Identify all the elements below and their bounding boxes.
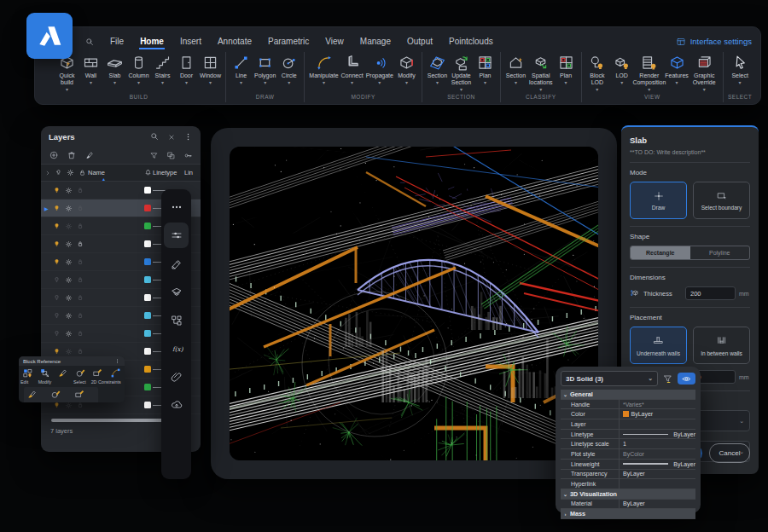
- br-rect-edit-icon[interactable]: [92, 367, 103, 379]
- br-circle-edit-icon[interactable]: [75, 367, 86, 379]
- placement-underneath-walls-button[interactable]: Underneath walls: [630, 327, 687, 364]
- ribbon-button-plan[interactable]: Plan▾: [556, 54, 577, 85]
- dropdown-arrow[interactable]: ▾: [288, 80, 290, 85]
- ribbon-button-slab[interactable]: Slab▾: [104, 54, 125, 85]
- color-column-icon[interactable]: [143, 168, 153, 177]
- thickness-input[interactable]: [685, 286, 736, 300]
- dropdown-arrow[interactable]: ▾: [209, 80, 212, 85]
- sun-icon[interactable]: [64, 293, 76, 303]
- ribbon-button-door[interactable]: Door▾: [176, 54, 197, 85]
- menu-item-view[interactable]: View: [324, 35, 345, 49]
- viewport-3d-scene[interactable]: [230, 147, 598, 460]
- layer-color-swatch[interactable]: [143, 402, 153, 409]
- interface-settings-button[interactable]: Interface settings: [676, 37, 752, 47]
- layer-color-swatch[interactable]: [143, 223, 153, 230]
- layer-color-swatch[interactable]: [143, 312, 153, 320]
- cloud-up-icon[interactable]: [164, 390, 189, 419]
- dropdown-arrow[interactable]: ▾: [323, 80, 325, 85]
- dropdown-arrow[interactable]: ▾: [264, 80, 266, 85]
- ribbon-button-block-lod[interactable]: Block LOD▾: [586, 54, 609, 92]
- layer-color-swatch[interactable]: [143, 240, 153, 248]
- ribbon-button-propagate[interactable]: Propagate▾: [366, 54, 393, 85]
- ribbon-button-render-composition[interactable]: Render Composition▾: [635, 54, 663, 92]
- freeze-column-icon[interactable]: [64, 168, 76, 177]
- menu-item-parametric[interactable]: Parametric: [267, 35, 310, 49]
- layer-color-swatch[interactable]: [143, 258, 153, 266]
- bulb-icon[interactable]: [52, 275, 64, 285]
- layer-color-swatch[interactable]: [143, 294, 153, 302]
- property-value[interactable]: [619, 419, 695, 429]
- property-value[interactable]: 1: [619, 439, 695, 448]
- dropdown-arrow[interactable]: ▾: [484, 80, 486, 85]
- dropdown-arrow[interactable]: ▾: [648, 87, 650, 92]
- dropdown-arrow[interactable]: ▾: [739, 80, 742, 85]
- dropdown-arrow[interactable]: ▾: [185, 80, 188, 85]
- structure-icon[interactable]: [164, 306, 189, 334]
- ribbon-button-quick-build[interactable]: Quick build▾: [56, 54, 78, 92]
- detach-icon[interactable]: [167, 131, 176, 141]
- ribbon-button-wall[interactable]: Wall▾: [80, 54, 102, 85]
- layer-color-swatch[interactable]: [143, 330, 153, 338]
- add-layer-icon[interactable]: [49, 150, 59, 160]
- bulb-icon[interactable]: [52, 311, 64, 321]
- more-h-icon[interactable]: [164, 193, 189, 221]
- ribbon-button-stairs[interactable]: Stairs▾: [152, 54, 173, 85]
- block-reference-menu-icon[interactable]: [114, 358, 120, 364]
- materials-icon[interactable]: [164, 250, 189, 278]
- sun-icon[interactable]: [64, 222, 76, 231]
- ribbon-button-circle[interactable]: Circle▾: [278, 54, 300, 85]
- ribbon-button-manipulate[interactable]: Manipulate▾: [309, 54, 338, 85]
- dropdown-arrow[interactable]: ▾: [351, 80, 353, 85]
- layers-stack-icon[interactable]: [164, 278, 189, 306]
- layer-states-icon[interactable]: [166, 151, 176, 160]
- ribbon-button-graphic-override[interactable]: Graphic Override▾: [690, 54, 719, 92]
- lock-icon[interactable]: [76, 222, 88, 230]
- name-column-header[interactable]: Name ▲: [88, 169, 143, 176]
- properties-section-general[interactable]: ⌄General: [561, 390, 695, 400]
- sun-icon[interactable]: [64, 275, 76, 285]
- br-constraints-icon[interactable]: [110, 367, 121, 379]
- ribbon-button-select[interactable]: Select▾: [730, 54, 751, 85]
- ribbon-button-section[interactable]: Section▾: [505, 54, 527, 85]
- menu-item-file[interactable]: File: [109, 35, 125, 49]
- sun-icon[interactable]: [64, 186, 76, 195]
- cancel-button[interactable]: Cancel: [709, 443, 750, 463]
- menu-item-output[interactable]: Output: [406, 35, 433, 49]
- app-logo[interactable]: [26, 13, 73, 59]
- dropdown-arrow[interactable]: ▾: [620, 80, 623, 85]
- ribbon-button-line[interactable]: Line▾: [230, 54, 252, 85]
- property-value[interactable]: ByLayer: [619, 470, 695, 479]
- bulb-icon[interactable]: [52, 257, 64, 267]
- dropdown-arrow[interactable]: ▾: [676, 80, 678, 85]
- dropdown-arrow[interactable]: ▾: [703, 87, 706, 92]
- layer-color-swatch[interactable]: [143, 366, 153, 373]
- dropdown-arrow[interactable]: ▾: [137, 80, 140, 85]
- filter-icon[interactable]: [149, 151, 159, 160]
- dropdown-arrow[interactable]: ▾: [161, 80, 164, 85]
- lock-icon[interactable]: [76, 311, 88, 320]
- properties-filter-icon[interactable]: [662, 373, 673, 385]
- menu-item-annotate[interactable]: Annotate: [217, 35, 253, 49]
- linetype-column-header[interactable]: Linetype: [153, 169, 184, 176]
- menu-item-insert[interactable]: Insert: [179, 35, 202, 49]
- mode-select-boundary-button[interactable]: Select boundary: [693, 182, 750, 219]
- ribbon-button-column[interactable]: Column▾: [128, 54, 149, 85]
- ribbon-button-section[interactable]: Section▾: [427, 54, 448, 85]
- visibility-eye-button[interactable]: [678, 373, 695, 385]
- layers-search-icon[interactable]: [149, 131, 160, 142]
- lineweight-column-header[interactable]: Lin: [184, 169, 195, 176]
- ribbon-button-update-section[interactable]: Update Section▾: [451, 54, 472, 92]
- lock-icon[interactable]: [76, 347, 88, 356]
- properties-section-mass[interactable]: ›Mass: [561, 509, 695, 519]
- dropdown-arrow[interactable]: ▾: [240, 80, 242, 85]
- layer-color-swatch[interactable]: [143, 384, 153, 391]
- delete-layer-icon[interactable]: [67, 150, 77, 160]
- ribbon-button-plan[interactable]: Plan▾: [474, 54, 496, 85]
- br-select-icon[interactable]: [39, 367, 50, 379]
- dropdown-arrow[interactable]: ▾: [515, 80, 517, 85]
- sun-icon[interactable]: [64, 347, 76, 356]
- mode-draw-button[interactable]: Draw: [630, 182, 687, 219]
- lock-icon[interactable]: [76, 240, 88, 248]
- ribbon-button-lod[interactable]: LOD▾: [611, 54, 632, 85]
- ribbon-button-connect[interactable]: Connect▾: [341, 54, 364, 85]
